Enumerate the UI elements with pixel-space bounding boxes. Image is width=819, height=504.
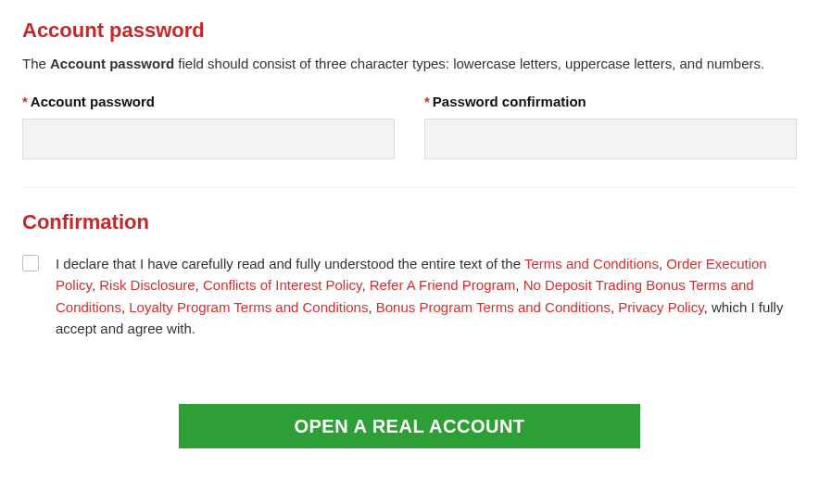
required-asterisk: *: [424, 94, 430, 109]
sep: ,: [361, 277, 369, 293]
password-confirmation-field-group: *Password confirmation: [424, 94, 797, 159]
declaration-checkbox[interactable]: [22, 255, 39, 271]
sep: ,: [368, 299, 375, 315]
password-confirmation-label-text: Password confirmation: [433, 94, 586, 109]
account-password-input[interactable]: [22, 119, 395, 159]
password-desc-prefix: The: [22, 56, 50, 71]
confirmation-heading: Confirmation: [22, 210, 797, 234]
open-real-account-button[interactable]: Open a Real Account: [179, 404, 640, 448]
sep: ,: [92, 277, 99, 293]
declaration-row: I declare that I have carefully read and…: [22, 253, 797, 339]
risk-disclosure-link[interactable]: Risk Disclosure: [99, 277, 195, 293]
password-description: The Account password field should consis…: [22, 54, 797, 73]
terms-and-conditions-link[interactable]: Terms and Conditions: [524, 256, 659, 271]
password-confirmation-input[interactable]: [424, 119, 797, 159]
button-row: Open a Real Account: [22, 404, 797, 448]
account-password-label-text: Account password: [31, 94, 155, 109]
password-fields-row: *Account password *Password confirmation: [22, 94, 797, 159]
password-confirmation-label: *Password confirmation: [424, 94, 797, 109]
sep: ,: [121, 299, 129, 315]
password-desc-bold: Account password: [50, 56, 174, 71]
conflicts-of-interest-link[interactable]: Conflicts of Interest Policy: [203, 277, 361, 293]
bonus-program-link[interactable]: Bonus Program Terms and Conditions: [376, 299, 611, 315]
loyalty-program-link[interactable]: Loyalty Program Terms and Conditions: [129, 299, 368, 315]
sep: ,: [195, 277, 203, 293]
account-password-field-group: *Account password: [22, 94, 395, 159]
privacy-policy-link[interactable]: Privacy Policy: [618, 299, 703, 315]
required-asterisk: *: [22, 94, 28, 109]
refer-a-friend-link[interactable]: Refer A Friend Program: [370, 277, 516, 293]
sep: ,: [515, 277, 523, 293]
declaration-start: I declare that I have carefully read and…: [56, 256, 524, 271]
account-password-heading: Account password: [22, 19, 797, 43]
declaration-text: I declare that I have carefully read and…: [56, 253, 797, 339]
password-desc-suffix: field should consist of three character …: [174, 56, 764, 71]
account-password-label: *Account password: [22, 94, 395, 109]
section-divider: [22, 187, 797, 188]
